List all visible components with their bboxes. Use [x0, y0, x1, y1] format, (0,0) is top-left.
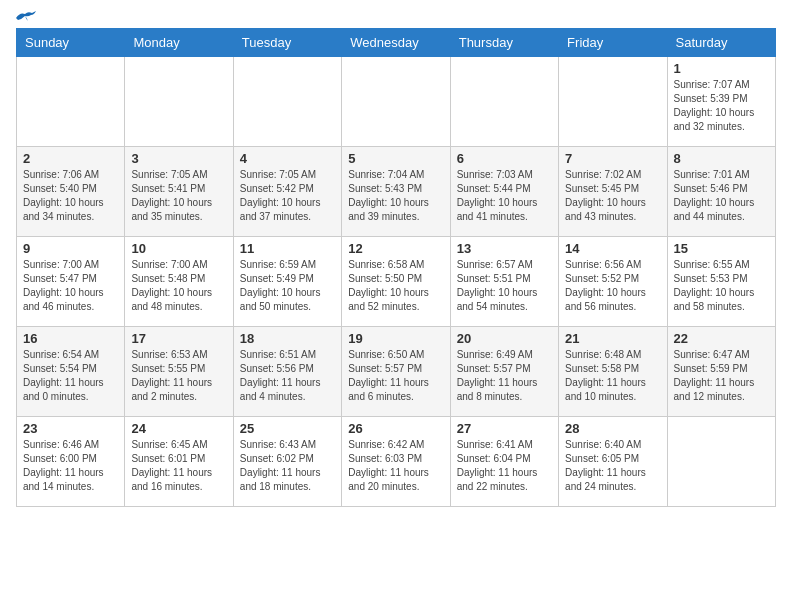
- day-number: 24: [131, 421, 226, 436]
- day-number: 17: [131, 331, 226, 346]
- calendar-cell: 25Sunrise: 6:43 AM Sunset: 6:02 PM Dayli…: [233, 417, 341, 507]
- calendar-cell: [667, 417, 775, 507]
- day-number: 22: [674, 331, 769, 346]
- calendar-cell: [125, 57, 233, 147]
- day-info: Sunrise: 6:59 AM Sunset: 5:49 PM Dayligh…: [240, 258, 335, 314]
- day-number: 14: [565, 241, 660, 256]
- calendar-cell: [17, 57, 125, 147]
- day-info: Sunrise: 7:05 AM Sunset: 5:41 PM Dayligh…: [131, 168, 226, 224]
- calendar-cell: 21Sunrise: 6:48 AM Sunset: 5:58 PM Dayli…: [559, 327, 667, 417]
- calendar-cell: 5Sunrise: 7:04 AM Sunset: 5:43 PM Daylig…: [342, 147, 450, 237]
- day-number: 23: [23, 421, 118, 436]
- day-number: 7: [565, 151, 660, 166]
- weekday-header-tuesday: Tuesday: [233, 29, 341, 57]
- calendar-cell: 6Sunrise: 7:03 AM Sunset: 5:44 PM Daylig…: [450, 147, 558, 237]
- calendar-cell: 23Sunrise: 6:46 AM Sunset: 6:00 PM Dayli…: [17, 417, 125, 507]
- day-number: 15: [674, 241, 769, 256]
- day-number: 16: [23, 331, 118, 346]
- calendar-cell: 19Sunrise: 6:50 AM Sunset: 5:57 PM Dayli…: [342, 327, 450, 417]
- day-number: 9: [23, 241, 118, 256]
- calendar-cell: [559, 57, 667, 147]
- day-info: Sunrise: 6:56 AM Sunset: 5:52 PM Dayligh…: [565, 258, 660, 314]
- day-info: Sunrise: 6:50 AM Sunset: 5:57 PM Dayligh…: [348, 348, 443, 404]
- calendar-cell: 11Sunrise: 6:59 AM Sunset: 5:49 PM Dayli…: [233, 237, 341, 327]
- calendar-cell: 13Sunrise: 6:57 AM Sunset: 5:51 PM Dayli…: [450, 237, 558, 327]
- weekday-header-monday: Monday: [125, 29, 233, 57]
- day-number: 12: [348, 241, 443, 256]
- calendar-week-row: 16Sunrise: 6:54 AM Sunset: 5:54 PM Dayli…: [17, 327, 776, 417]
- day-info: Sunrise: 6:49 AM Sunset: 5:57 PM Dayligh…: [457, 348, 552, 404]
- weekday-header-sunday: Sunday: [17, 29, 125, 57]
- calendar-cell: 2Sunrise: 7:06 AM Sunset: 5:40 PM Daylig…: [17, 147, 125, 237]
- day-info: Sunrise: 6:42 AM Sunset: 6:03 PM Dayligh…: [348, 438, 443, 494]
- day-info: Sunrise: 6:47 AM Sunset: 5:59 PM Dayligh…: [674, 348, 769, 404]
- calendar-cell: 3Sunrise: 7:05 AM Sunset: 5:41 PM Daylig…: [125, 147, 233, 237]
- day-number: 6: [457, 151, 552, 166]
- calendar-cell: 9Sunrise: 7:00 AM Sunset: 5:47 PM Daylig…: [17, 237, 125, 327]
- day-info: Sunrise: 7:01 AM Sunset: 5:46 PM Dayligh…: [674, 168, 769, 224]
- day-number: 28: [565, 421, 660, 436]
- calendar-cell: 24Sunrise: 6:45 AM Sunset: 6:01 PM Dayli…: [125, 417, 233, 507]
- day-info: Sunrise: 6:43 AM Sunset: 6:02 PM Dayligh…: [240, 438, 335, 494]
- day-info: Sunrise: 6:45 AM Sunset: 6:01 PM Dayligh…: [131, 438, 226, 494]
- calendar-cell: 7Sunrise: 7:02 AM Sunset: 5:45 PM Daylig…: [559, 147, 667, 237]
- day-info: Sunrise: 7:04 AM Sunset: 5:43 PM Dayligh…: [348, 168, 443, 224]
- day-info: Sunrise: 7:00 AM Sunset: 5:48 PM Dayligh…: [131, 258, 226, 314]
- calendar-week-row: 2Sunrise: 7:06 AM Sunset: 5:40 PM Daylig…: [17, 147, 776, 237]
- weekday-header-thursday: Thursday: [450, 29, 558, 57]
- calendar-week-row: 1Sunrise: 7:07 AM Sunset: 5:39 PM Daylig…: [17, 57, 776, 147]
- calendar-cell: 4Sunrise: 7:05 AM Sunset: 5:42 PM Daylig…: [233, 147, 341, 237]
- day-number: 8: [674, 151, 769, 166]
- day-info: Sunrise: 7:00 AM Sunset: 5:47 PM Dayligh…: [23, 258, 118, 314]
- day-info: Sunrise: 6:53 AM Sunset: 5:55 PM Dayligh…: [131, 348, 226, 404]
- calendar-cell: [233, 57, 341, 147]
- calendar-table: SundayMondayTuesdayWednesdayThursdayFrid…: [16, 28, 776, 507]
- calendar-cell: 12Sunrise: 6:58 AM Sunset: 5:50 PM Dayli…: [342, 237, 450, 327]
- day-number: 4: [240, 151, 335, 166]
- calendar-cell: 20Sunrise: 6:49 AM Sunset: 5:57 PM Dayli…: [450, 327, 558, 417]
- day-info: Sunrise: 6:48 AM Sunset: 5:58 PM Dayligh…: [565, 348, 660, 404]
- day-info: Sunrise: 6:46 AM Sunset: 6:00 PM Dayligh…: [23, 438, 118, 494]
- day-info: Sunrise: 7:07 AM Sunset: 5:39 PM Dayligh…: [674, 78, 769, 134]
- calendar-cell: 14Sunrise: 6:56 AM Sunset: 5:52 PM Dayli…: [559, 237, 667, 327]
- day-info: Sunrise: 6:40 AM Sunset: 6:05 PM Dayligh…: [565, 438, 660, 494]
- day-number: 11: [240, 241, 335, 256]
- day-number: 2: [23, 151, 118, 166]
- day-info: Sunrise: 7:06 AM Sunset: 5:40 PM Dayligh…: [23, 168, 118, 224]
- day-number: 5: [348, 151, 443, 166]
- calendar-cell: [450, 57, 558, 147]
- calendar-cell: 10Sunrise: 7:00 AM Sunset: 5:48 PM Dayli…: [125, 237, 233, 327]
- day-number: 27: [457, 421, 552, 436]
- day-info: Sunrise: 7:02 AM Sunset: 5:45 PM Dayligh…: [565, 168, 660, 224]
- day-info: Sunrise: 7:03 AM Sunset: 5:44 PM Dayligh…: [457, 168, 552, 224]
- calendar-cell: 28Sunrise: 6:40 AM Sunset: 6:05 PM Dayli…: [559, 417, 667, 507]
- day-number: 25: [240, 421, 335, 436]
- calendar-cell: 27Sunrise: 6:41 AM Sunset: 6:04 PM Dayli…: [450, 417, 558, 507]
- calendar-cell: 8Sunrise: 7:01 AM Sunset: 5:46 PM Daylig…: [667, 147, 775, 237]
- calendar-cell: 18Sunrise: 6:51 AM Sunset: 5:56 PM Dayli…: [233, 327, 341, 417]
- day-info: Sunrise: 7:05 AM Sunset: 5:42 PM Dayligh…: [240, 168, 335, 224]
- day-number: 19: [348, 331, 443, 346]
- weekday-header-wednesday: Wednesday: [342, 29, 450, 57]
- day-info: Sunrise: 6:57 AM Sunset: 5:51 PM Dayligh…: [457, 258, 552, 314]
- weekday-header-saturday: Saturday: [667, 29, 775, 57]
- day-number: 20: [457, 331, 552, 346]
- calendar-cell: 1Sunrise: 7:07 AM Sunset: 5:39 PM Daylig…: [667, 57, 775, 147]
- calendar-cell: [342, 57, 450, 147]
- day-info: Sunrise: 6:51 AM Sunset: 5:56 PM Dayligh…: [240, 348, 335, 404]
- day-number: 10: [131, 241, 226, 256]
- day-info: Sunrise: 6:41 AM Sunset: 6:04 PM Dayligh…: [457, 438, 552, 494]
- day-info: Sunrise: 6:55 AM Sunset: 5:53 PM Dayligh…: [674, 258, 769, 314]
- day-number: 13: [457, 241, 552, 256]
- calendar-cell: 22Sunrise: 6:47 AM Sunset: 5:59 PM Dayli…: [667, 327, 775, 417]
- calendar-week-row: 9Sunrise: 7:00 AM Sunset: 5:47 PM Daylig…: [17, 237, 776, 327]
- calendar-week-row: 23Sunrise: 6:46 AM Sunset: 6:00 PM Dayli…: [17, 417, 776, 507]
- calendar-cell: 16Sunrise: 6:54 AM Sunset: 5:54 PM Dayli…: [17, 327, 125, 417]
- calendar-cell: 17Sunrise: 6:53 AM Sunset: 5:55 PM Dayli…: [125, 327, 233, 417]
- calendar-cell: 26Sunrise: 6:42 AM Sunset: 6:03 PM Dayli…: [342, 417, 450, 507]
- day-info: Sunrise: 6:58 AM Sunset: 5:50 PM Dayligh…: [348, 258, 443, 314]
- day-number: 26: [348, 421, 443, 436]
- weekday-header-friday: Friday: [559, 29, 667, 57]
- logo-bird-icon: [14, 10, 36, 26]
- calendar-header-row: SundayMondayTuesdayWednesdayThursdayFrid…: [17, 29, 776, 57]
